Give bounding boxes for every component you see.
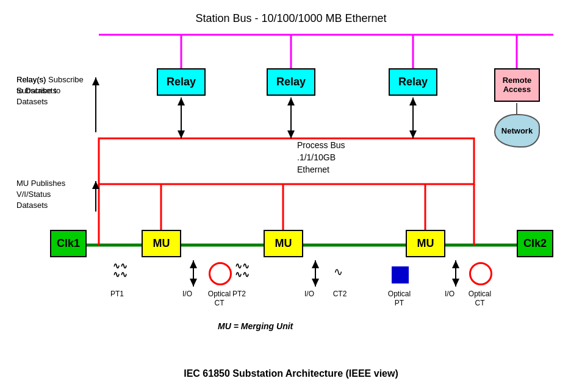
optical-ct-2 [469,262,492,285]
svg-marker-27 [312,279,319,287]
clk1-box: Clk1 [50,230,87,257]
station-bus-label: Station Bus - 10/100/1000 MB Ethernet [10,12,572,25]
svg-marker-23 [190,260,197,268]
mu-publishes-text: MU PublishesV/I/StatusDatasets [16,178,96,212]
clk2-box: Clk2 [517,230,553,257]
svg-marker-24 [190,279,197,287]
svg-marker-26 [312,260,319,268]
optical-pt-label: OpticalPT [383,290,416,308]
remote-access-box: Remote Access [494,68,540,102]
io2-label: I/O [300,290,318,298]
process-bus-sub-label: .1/1/10GB [297,152,336,162]
svg-rect-5 [99,138,474,184]
optical-pt-square [392,266,409,283]
svg-marker-14 [409,98,417,105]
io1-label: I/O [178,290,196,298]
svg-marker-32 [92,77,99,85]
mu-publishes-arrow [90,178,102,215]
svg-marker-34 [92,181,99,189]
svg-marker-7 [178,130,185,138]
diagram-caption: IEC 61850 Substation Architecture (IEEE … [10,368,572,379]
relay-subscribe-arrow [90,74,102,135]
mu-box-2: MU [264,230,303,257]
relay-subscribe-text: Relay(s)Subscribe toDatasets [16,74,90,108]
svg-marker-8 [178,98,185,105]
process-bus-sub2-label: Ethernet [297,165,329,174]
pt2-label: PT2 [230,290,248,298]
mu-equals-label: MU = Merging Unit [218,321,293,331]
svg-marker-30 [452,279,459,287]
svg-marker-29 [452,260,459,268]
diagram-container: Station Bus - 10/100/1000 MB Ethernet Re… [10,7,572,385]
svg-marker-11 [287,98,295,105]
svg-marker-13 [409,130,417,138]
relay-box-3: Relay [389,68,437,96]
optical-ct2-label: OpticalCT [463,290,497,308]
relay-box-1: Relay [157,68,206,96]
optical-ct-1 [209,262,232,285]
svg-marker-10 [287,130,295,138]
relay-box-2: Relay [267,68,315,96]
pt2-coil: ∿∿∿∿ [235,262,250,279]
io3-label: I/O [440,290,459,298]
mu-box-1: MU [142,230,181,257]
process-bus-label: Process Bus [297,140,345,150]
mu-box-3: MU [406,230,445,257]
network-cloud: Network [494,114,540,148]
pt1-label: PT1 [108,290,126,298]
ct2-coil: ∿ [334,265,343,279]
pt1-coil: ∿∿∿∿ [113,262,128,279]
ct2-label: CT2 [328,290,352,298]
